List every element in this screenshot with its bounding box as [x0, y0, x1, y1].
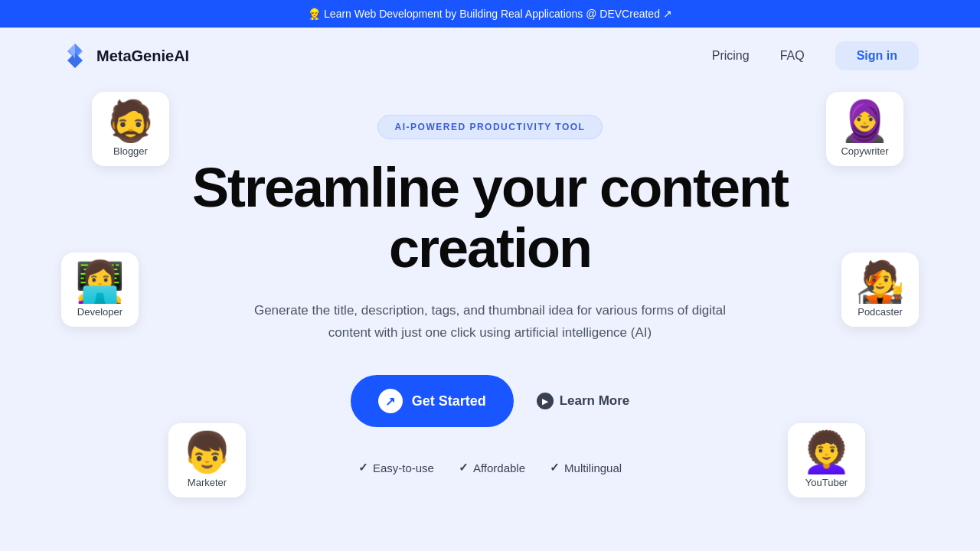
persona-podcaster: 🧑‍🎤 Podcaster	[841, 253, 919, 327]
announcement-text: 👷 Learn Web Development by Building Real…	[308, 8, 672, 20]
feature-affordable: ✓ Affordable	[459, 461, 525, 474]
play-icon: ▶	[537, 393, 554, 409]
copywriter-label: Copywriter	[841, 145, 888, 157]
cta-row: ↗ Get Started ▶ Learn More	[351, 375, 630, 427]
feature-easy: ✓ Easy-to-use	[358, 461, 434, 474]
developer-label: Developer	[77, 306, 122, 318]
announcement-bar: 👷 Learn Web Development by Building Real…	[0, 0, 980, 28]
persona-marketer: 👦 Marketer	[168, 423, 246, 497]
hero-subheadline: Generate the title, description, tags, a…	[253, 300, 727, 344]
feature-affordable-label: Affordable	[473, 461, 525, 474]
check-icon-multilingual: ✓	[550, 461, 560, 474]
feature-easy-label: Easy-to-use	[373, 461, 434, 474]
youtuber-avatar: 👩‍🦱	[802, 432, 851, 472]
podcaster-avatar: 🧑‍🎤	[855, 262, 905, 302]
youtuber-label: YouTuber	[805, 477, 848, 488]
persona-blogger: 🧔 Blogger	[92, 92, 169, 166]
persona-developer: 👩‍💻 Developer	[61, 253, 139, 327]
copywriter-avatar: 🧕	[840, 101, 890, 141]
get-started-icon: ↗	[378, 389, 403, 413]
podcaster-label: Podcaster	[858, 306, 903, 318]
logo-icon	[61, 42, 89, 70]
marketer-avatar: 👦	[182, 432, 232, 472]
developer-avatar: 👩‍💻	[75, 262, 125, 302]
learn-more-label: Learn More	[560, 393, 630, 409]
navbar: MetaGenieAI Pricing FAQ Sign in	[0, 28, 980, 84]
sign-in-button[interactable]: Sign in	[835, 41, 919, 70]
feature-multilingual-label: Multilingual	[564, 461, 622, 474]
nav-pricing[interactable]: Pricing	[712, 49, 750, 63]
ai-badge: AI-POWERED PRODUCTIVITY TOOL	[377, 115, 603, 139]
get-started-label: Get Started	[412, 393, 486, 409]
logo-area: MetaGenieAI	[61, 42, 189, 70]
hero-section: 🧔 Blogger 🧕 Copywriter 👩‍💻 Developer 🧑‍🎤…	[0, 84, 980, 505]
blogger-label: Blogger	[113, 145, 148, 157]
learn-more-button[interactable]: ▶ Learn More	[537, 393, 630, 409]
nav-faq[interactable]: FAQ	[780, 49, 805, 63]
get-started-button[interactable]: ↗ Get Started	[351, 375, 514, 427]
persona-youtuber: 👩‍🦱 YouTuber	[788, 423, 865, 497]
blogger-avatar: 🧔	[106, 101, 155, 141]
feature-multilingual: ✓ Multilingual	[550, 461, 622, 474]
persona-copywriter: 🧕 Copywriter	[826, 92, 903, 166]
nav-links: Pricing FAQ Sign in	[712, 41, 919, 70]
check-icon-easy: ✓	[358, 461, 368, 474]
features-row: ✓ Easy-to-use ✓ Affordable ✓ Multilingua…	[358, 461, 622, 474]
logo-text: MetaGenieAI	[96, 47, 189, 65]
marketer-label: Marketer	[188, 477, 227, 488]
check-icon-affordable: ✓	[459, 461, 469, 474]
hero-headline: Streamline your content creation	[191, 158, 789, 279]
